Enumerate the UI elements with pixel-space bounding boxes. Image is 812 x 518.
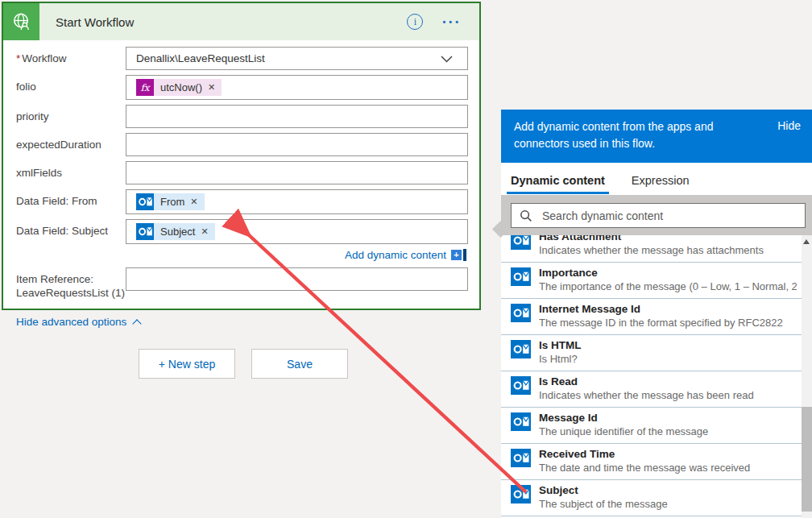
field-label: Data Field: From — [16, 189, 126, 208]
required-asterisk: * — [16, 52, 20, 64]
dynamic-content-list: Has AttachmentIndicates whether the mess… — [501, 226, 802, 516]
field-label: folio — [16, 75, 126, 93]
field-row-data-field-from: Data Field: FromFrom✕ — [16, 189, 468, 214]
add-dynamic-content-link[interactable]: Add dynamic content — [345, 249, 446, 261]
outlook-icon — [511, 447, 531, 479]
dropdown-value: Denallix\LeaveRequestList — [136, 52, 441, 64]
item-title: Internet Message Id — [539, 302, 783, 316]
panel-header-text: Add dynamic content from the apps and co… — [514, 118, 766, 152]
tab-expression[interactable]: Expression — [629, 174, 692, 194]
item-description: The message ID in the format specified b… — [539, 316, 783, 329]
menu-ellipsis-icon[interactable]: ••• — [442, 17, 462, 27]
item-title: Is HTML — [539, 338, 582, 352]
token-remove-icon[interactable]: ✕ — [190, 197, 197, 207]
outlook-icon — [511, 411, 531, 443]
card-header[interactable]: Start Workflow i ••• — [3, 3, 479, 40]
scrollbar-thumb[interactable] — [802, 407, 812, 512]
token-remove-icon[interactable]: ✕ — [201, 226, 208, 237]
new-step-button[interactable]: + New step — [139, 349, 235, 379]
item-title: Is Read — [539, 375, 754, 388]
search-icon — [520, 209, 532, 222]
field-input-workflow[interactable]: Denallix\LeaveRequestList — [126, 47, 468, 70]
info-icon[interactable]: i — [407, 14, 423, 30]
panel-item-internet-message-id[interactable]: Internet Message IdThe message ID in the… — [501, 299, 802, 335]
field-input-folio[interactable]: fxutcNow()✕ — [126, 75, 468, 100]
item-description: The date and time the message was receiv… — [539, 461, 750, 474]
panel-item-subject[interactable]: SubjectThe subject of the message — [501, 480, 802, 516]
folio-token[interactable]: fxutcNow()✕ — [136, 79, 222, 96]
field-row-priority: priority — [16, 105, 468, 128]
outlook-icon — [136, 223, 154, 240]
panel-tabs: Dynamic contentExpression — [501, 163, 812, 194]
field-label: expectedDuration — [16, 133, 126, 151]
hide-button[interactable]: Hide — [777, 118, 801, 152]
field-row-expectedduration: expectedDuration — [16, 133, 468, 156]
fx-icon: fx — [136, 79, 154, 96]
field-row-data-field-subject: Data Field: SubjectSubject✕ — [16, 219, 468, 244]
field-row-item-reference: Item Reference: LeaveRequestsList (1) — [16, 267, 468, 300]
item-description: Indicates whether the message has attach… — [539, 243, 764, 257]
add-dynamic-content-row: Add dynamic content+ — [16, 249, 466, 261]
field-row-xmlfields: xmlFields — [16, 161, 468, 184]
field-label: priority — [16, 105, 126, 123]
item-description: The unique identifier of the message — [539, 425, 708, 438]
chevron-up-icon — [133, 319, 142, 328]
hide-advanced-options-label: Hide advanced options — [16, 316, 126, 328]
scrollbar-up-arrow-icon[interactable] — [803, 239, 810, 244]
panel-item-importance[interactable]: ImportanceThe importance of the message … — [501, 263, 802, 299]
card-fields: *WorkflowDenallix\LeaveRequestListfoliof… — [3, 40, 479, 329]
panel-header: Add dynamic content from the apps and co… — [501, 110, 812, 163]
search-input[interactable] — [541, 209, 798, 223]
panel-item-is-html[interactable]: Is HTMLIs Html? — [501, 335, 802, 371]
panel-item-received-time[interactable]: Received TimeThe date and time the messa… — [501, 444, 802, 480]
item-title: Message Id — [539, 411, 708, 425]
save-button[interactable]: Save — [251, 349, 348, 379]
field-input-priority[interactable] — [126, 105, 468, 128]
search-box[interactable] — [511, 203, 806, 228]
item-title: Received Time — [539, 447, 750, 461]
card-title: Start Workflow — [56, 15, 407, 29]
field-input-expectedduration[interactable] — [126, 133, 468, 156]
item-description: Is Html? — [539, 352, 582, 366]
outlook-icon — [511, 338, 531, 371]
token-text: From — [160, 196, 184, 208]
dynamic-content-panel: Add dynamic content from the apps and co… — [501, 110, 812, 518]
chevron-down-icon[interactable] — [441, 52, 453, 66]
field-label: Item Reference: LeaveRequestsList (1) — [16, 267, 126, 300]
add-dynamic-content-icon[interactable]: + — [451, 249, 466, 261]
outlook-icon — [511, 375, 531, 407]
tab-dynamic-content[interactable]: Dynamic content — [508, 174, 607, 194]
field-input-data-field-subject[interactable]: Subject✕ — [126, 219, 468, 244]
outlook-icon — [511, 302, 531, 334]
item-description: Indicates whether the message has been r… — [539, 388, 754, 402]
scrollbar-track[interactable] — [802, 235, 812, 518]
item-description: The subject of the message — [539, 497, 668, 511]
item-description: The importance of the message (0 – Low, … — [539, 280, 797, 293]
search-band — [501, 195, 812, 235]
outlook-icon — [136, 193, 154, 210]
outlook-icon — [511, 483, 531, 516]
flow-designer-canvas: Start Workflow i ••• *WorkflowDenallix\L… — [0, 0, 812, 518]
field-row-folio: foliofxutcNow()✕ — [16, 75, 468, 100]
panel-item-message-id[interactable]: Message IdThe unique identifier of the m… — [501, 408, 802, 444]
outlook-icon — [511, 266, 531, 298]
field-input-data-field-from[interactable]: From✕ — [126, 189, 468, 214]
field-input-item-reference[interactable] — [126, 267, 468, 291]
item-title: Importance — [539, 266, 797, 280]
start-workflow-card: Start Workflow i ••• *WorkflowDenallix\L… — [2, 2, 481, 310]
token-text: Subject — [160, 226, 195, 238]
hide-advanced-options-link[interactable]: Hide advanced options — [16, 316, 140, 328]
field-label: Data Field: Subject — [16, 219, 126, 238]
field-label: *Workflow — [16, 47, 126, 65]
field-row-workflow: *WorkflowDenallix\LeaveRequestList — [16, 47, 468, 70]
data-field-from-token[interactable]: From✕ — [136, 193, 205, 210]
data-field-subject-token[interactable]: Subject✕ — [136, 223, 215, 240]
panel-item-is-read[interactable]: Is ReadIndicates whether the message has… — [501, 371, 802, 408]
token-text: utcNow() — [160, 81, 202, 93]
token-remove-icon[interactable]: ✕ — [208, 82, 215, 93]
workflow-connector-icon — [3, 3, 39, 40]
field-input-xmlfields[interactable] — [126, 161, 468, 184]
field-label: xmlFields — [16, 161, 126, 180]
item-title: Subject — [539, 483, 668, 497]
